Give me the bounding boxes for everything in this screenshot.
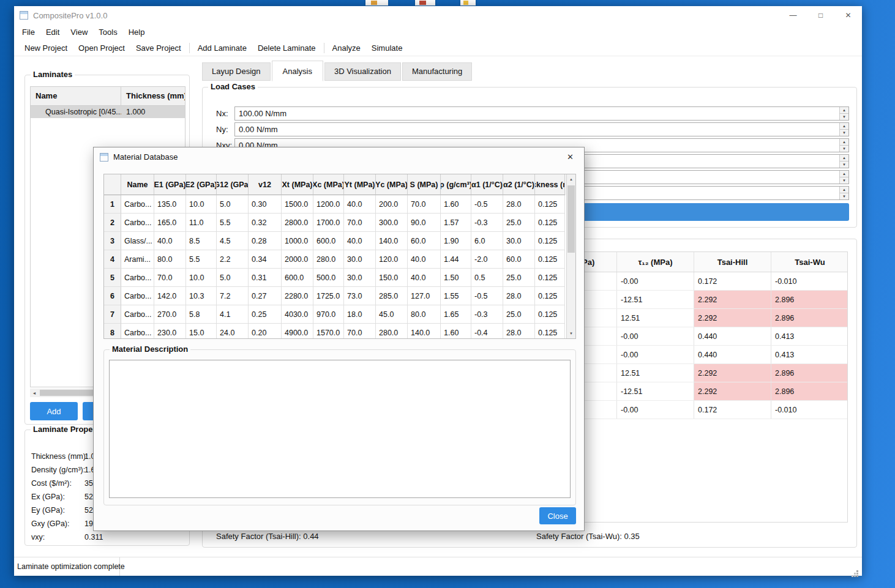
- column-header-alpha2[interactable]: α2 (1/°C): [503, 174, 535, 195]
- spin-up-icon[interactable]: ▲: [840, 171, 848, 177]
- tab[interactable]: 3D Visualization: [324, 62, 401, 81]
- column-header-e2[interactable]: E2 (GPa): [186, 174, 217, 195]
- toolbar-button[interactable]: Analyze: [327, 42, 366, 54]
- property-value: 0.311: [84, 533, 103, 546]
- title-bar[interactable]: CompositePro v1.0.0 — □ ✕: [14, 6, 862, 24]
- toolbar-button[interactable]: New Project: [19, 42, 73, 54]
- column-header-xt[interactable]: Xt (MPa): [282, 174, 313, 195]
- column-header-tsai-wu[interactable]: Tsai-Wu: [771, 252, 848, 272]
- material-cell-e2: 5.8: [186, 305, 217, 324]
- menu-item[interactable]: Tools: [93, 26, 122, 39]
- column-header-e1[interactable]: E1 (GPa): [154, 174, 186, 195]
- column-header-material-name[interactable]: Name: [121, 174, 154, 195]
- scroll-up-icon[interactable]: ▲: [567, 174, 575, 184]
- toolbar-button[interactable]: Save Project: [130, 42, 187, 54]
- scroll-down-icon[interactable]: ▼: [567, 329, 575, 338]
- toolbar-button[interactable]: Open Project: [73, 42, 130, 54]
- column-header-density[interactable]: ρ (g/cm³): [441, 174, 471, 195]
- material-row[interactable]: 3 Glass/... 40.0 8.5 4.5 0.28 1000.0 600…: [104, 232, 575, 250]
- material-cell-thickness: 0.125: [535, 287, 565, 305]
- dialog-title-bar[interactable]: Material Database ✕: [94, 147, 584, 166]
- resize-grip-icon[interactable]: [856, 570, 858, 572]
- toolbar-button[interactable]: Delete Laminate: [252, 42, 321, 54]
- column-header-v12[interactable]: v12: [249, 174, 282, 195]
- material-row[interactable]: 7 Carbo... 270.0 5.8 4.1 0.25 4030.0 970…: [104, 305, 575, 324]
- material-cell-xt: 1500.0: [282, 195, 313, 214]
- material-row[interactable]: 5 Carbo... 70.0 10.0 5.0 0.31 600.0 500.…: [104, 269, 575, 287]
- menu-item[interactable]: Edit: [40, 26, 65, 39]
- material-cell-xt: 4900.0: [282, 324, 313, 339]
- load-case-spinbox[interactable]: 0.00 N/mm ▲ ▼: [234, 122, 849, 136]
- material-row[interactable]: 1 Carbo... 135.0 10.0 5.0 0.30 1500.0 12…: [104, 195, 575, 214]
- result-cell-tsai-wu: 0.413: [771, 327, 848, 345]
- material-cell-xc: 1570.0: [313, 324, 344, 339]
- spin-up-icon[interactable]: ▲: [840, 187, 848, 193]
- column-header-name[interactable]: Name: [31, 87, 121, 105]
- result-cell-tau12: -12.51: [617, 382, 694, 400]
- column-header-alpha1[interactable]: α1 (1/°C): [471, 174, 503, 195]
- result-cell-tau12: -12.51: [617, 291, 694, 308]
- toolbar-button[interactable]: Simulate: [366, 42, 408, 54]
- column-header-yc[interactable]: Yc (MPa): [376, 174, 408, 195]
- column-header-g12[interactable]: G12 (GPa): [217, 174, 249, 195]
- menu-item[interactable]: File: [17, 26, 40, 39]
- column-header-tsai-hill[interactable]: Tsai-Hill: [694, 252, 771, 272]
- material-cell-thickness: 0.125: [535, 232, 565, 250]
- material-cell-v12: 0.30: [249, 195, 282, 214]
- scrollbar-thumb[interactable]: [567, 185, 575, 253]
- material-row-number: 2: [104, 214, 121, 232]
- column-header-tau12[interactable]: τ₁₂ (MPa): [617, 252, 694, 272]
- menu-item[interactable]: View: [65, 26, 93, 39]
- material-cell-s: 90.0: [408, 214, 441, 232]
- column-header-yt[interactable]: Yt (MPa): [344, 174, 376, 195]
- toolbar-button[interactable]: Add Laminate: [192, 42, 252, 54]
- column-header-xc[interactable]: Xc (MPa): [313, 174, 344, 195]
- minimize-button-icon[interactable]: —: [779, 6, 807, 24]
- material-cell-xc: 1700.0: [313, 214, 344, 232]
- material-row[interactable]: 4 Arami... 80.0 5.5 2.2 0.34 2000.0 280.…: [104, 250, 575, 269]
- load-case-spinbox[interactable]: 100.00 N/mm ▲ ▼: [234, 106, 849, 121]
- add-laminate-button[interactable]: Add: [30, 402, 78, 420]
- laminates-group-label: Laminates: [31, 70, 75, 79]
- spin-up-icon[interactable]: ▲: [840, 107, 848, 114]
- material-cell-s: 140.0: [408, 324, 441, 339]
- spin-down-icon[interactable]: ▼: [840, 193, 848, 199]
- material-cell-alpha1: 6.0: [471, 232, 503, 250]
- spin-down-icon[interactable]: ▼: [840, 162, 848, 168]
- material-row[interactable]: 6 Carbo... 142.0 10.3 7.2 0.27 2280.0 17…: [104, 287, 575, 305]
- laminate-row-selected[interactable]: Quasi-Isotropic [0/45... 1.000: [31, 106, 185, 118]
- tab[interactable]: Manufacturing: [402, 62, 472, 81]
- tab[interactable]: Analysis: [272, 61, 323, 81]
- spin-down-icon[interactable]: ▼: [840, 114, 848, 120]
- spin-down-icon[interactable]: ▼: [840, 130, 848, 136]
- material-cell-e1: 270.0: [154, 305, 186, 324]
- spin-up-icon[interactable]: ▲: [840, 123, 848, 130]
- material-row[interactable]: 2 Carbo... 165.0 11.0 5.5 0.32 2800.0 17…: [104, 214, 575, 232]
- spin-up-icon[interactable]: ▲: [840, 139, 848, 146]
- material-cell-thickness: 0.125: [535, 214, 565, 232]
- spin-up-icon[interactable]: ▲: [840, 155, 848, 162]
- material-cell-g12: 2.2: [217, 250, 249, 269]
- spin-down-icon[interactable]: ▼: [840, 146, 848, 152]
- material-row[interactable]: 8 Carbo... 230.0 15.0 24.0 0.20 4900.0 1…: [104, 324, 575, 339]
- column-header-s[interactable]: S (MPa): [408, 174, 441, 195]
- column-header-thickness[interactable]: Thickness (mm): [535, 174, 565, 195]
- material-cell-xc: 600.0: [313, 232, 344, 250]
- material-cell-g12: 5.5: [217, 214, 249, 232]
- dialog-close-button[interactable]: Close: [539, 507, 576, 524]
- dialog-close-icon[interactable]: ✕: [556, 147, 584, 166]
- spin-down-icon[interactable]: ▼: [840, 177, 848, 184]
- material-cell-s: 70.0: [408, 195, 441, 214]
- scroll-left-icon[interactable]: ◄: [30, 391, 39, 395]
- material-description-textarea[interactable]: [109, 360, 571, 498]
- maximize-button-icon[interactable]: □: [807, 6, 834, 24]
- property-value: 19: [84, 519, 93, 533]
- vertical-scrollbar[interactable]: ▲ ▼: [566, 174, 575, 338]
- menu-item[interactable]: Help: [123, 26, 151, 39]
- close-button-icon[interactable]: ✕: [834, 6, 862, 24]
- row-header-stub: [104, 174, 121, 195]
- material-cell-alpha2: 25.0: [503, 214, 535, 232]
- window-controls: — □ ✕: [779, 6, 862, 24]
- tab[interactable]: Layup Design: [202, 62, 271, 81]
- column-header-thickness[interactable]: Thickness (mm): [121, 87, 185, 105]
